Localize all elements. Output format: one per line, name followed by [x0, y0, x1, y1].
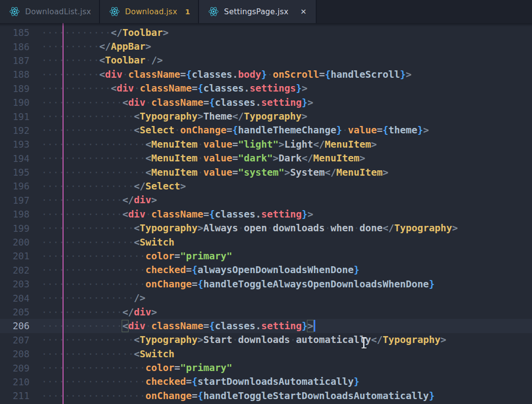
line-number: 192 [0, 125, 30, 136]
line-number: 189 [0, 83, 30, 94]
code-line[interactable]: 210··················checked={startDownl… [0, 375, 532, 389]
code-lines: 185············</Toolbar>186··········</… [0, 26, 532, 404]
line-number: 186 [0, 41, 30, 52]
code-line[interactable]: 198··············<div·className={classes… [0, 207, 532, 221]
code-line[interactable]: 195··················<MenuItem·value="sy… [0, 165, 532, 179]
line-number: 201 [0, 250, 30, 261]
code-line[interactable]: 200················<Switch [0, 235, 532, 249]
close-icon[interactable]: ✕ [299, 7, 308, 17]
line-number: 185 [0, 27, 30, 38]
code-line[interactable]: 201··················color="primary" [0, 249, 532, 263]
code-line[interactable]: 208················<Switch [0, 347, 532, 361]
line-number: 202 [0, 265, 30, 276]
tab-label: Download.jsx [125, 7, 177, 16]
line-number: 188 [0, 69, 30, 80]
line-number: 203 [0, 279, 30, 289]
code-line[interactable]: 192················<Select·onChange={han… [0, 124, 532, 137]
react-icon [109, 6, 120, 17]
line-number: 194 [0, 153, 30, 164]
line-number: 208 [0, 348, 30, 359]
line-number: 206 [0, 320, 30, 331]
line-number: 190 [0, 97, 30, 108]
line-number: 199 [0, 223, 30, 234]
line-number: 200 [0, 237, 30, 248]
code-line[interactable]: 202··················checked={alwaysOpen… [0, 263, 532, 277]
code-line[interactable]: 204················/> [0, 291, 532, 305]
text-caret [313, 320, 315, 332]
code-line[interactable]: 191················<Typography>Theme</Ty… [0, 109, 532, 123]
code-line[interactable]: 211··················onChange={handleTog… [0, 389, 532, 403]
line-number: 198 [0, 209, 30, 219]
line-number: 207 [0, 335, 30, 345]
line-number: 210 [0, 376, 30, 387]
code-line[interactable]: 190··············<div·className={classes… [0, 95, 532, 109]
tab-settingspage-jsx[interactable]: SettingsPage.jsx ✕ [199, 0, 317, 23]
line-number: 193 [0, 139, 30, 150]
problems-count-badge: 1 [185, 8, 190, 16]
code-line[interactable]: 209··················color="primary" [0, 361, 532, 374]
tab-downloadlist-jsx[interactable]: DownloadList.jsx [0, 0, 100, 23]
line-number: 187 [0, 55, 30, 66]
react-icon [208, 6, 219, 17]
code-line[interactable]: 194··················<MenuItem·value="da… [0, 152, 532, 165]
line-number: 197 [0, 195, 30, 206]
line-number: 205 [0, 307, 30, 317]
code-line[interactable]: 188··········<div·className={classes.bod… [0, 67, 532, 81]
code-line[interactable]: 206··············<div·className={classes… [0, 319, 532, 333]
code-line[interactable]: 187··········<Toolbar·/> [0, 54, 532, 67]
line-number: 195 [0, 167, 30, 178]
tab-bar: DownloadList.jsx Download.jsx 1 [0, 0, 532, 23]
code-line[interactable]: 193··················<MenuItem·value="li… [0, 137, 532, 151]
line-number: 211 [0, 390, 30, 401]
tab-label: DownloadList.jsx [25, 7, 91, 16]
active-indent-guide [63, 23, 64, 404]
code-line[interactable]: 205··············</div> [0, 305, 532, 319]
code-line[interactable]: 189············<div·className={classes.s… [0, 82, 532, 95]
react-icon [9, 6, 20, 17]
code-line[interactable]: 185············</Toolbar> [0, 26, 532, 39]
tab-label: SettingsPage.jsx [224, 7, 289, 16]
code-line[interactable]: 186··········</AppBar> [0, 39, 532, 53]
line-number: 196 [0, 181, 30, 191]
tab-download-jsx[interactable]: Download.jsx 1 [100, 0, 199, 23]
code-line[interactable]: 199················<Typography>Always·op… [0, 221, 532, 235]
line-number: 209 [0, 363, 30, 373]
code-line[interactable]: 196················</Select> [0, 179, 532, 193]
code-editor[interactable]: 185············</Toolbar>186··········</… [0, 23, 532, 404]
code-line[interactable]: 207················<Typography>Start·dow… [0, 333, 532, 347]
code-line[interactable]: 203··················onChange={handleTog… [0, 277, 532, 291]
line-number: 191 [0, 111, 30, 122]
code-line[interactable]: 197··············</div> [0, 193, 532, 207]
line-number: 204 [0, 293, 30, 304]
